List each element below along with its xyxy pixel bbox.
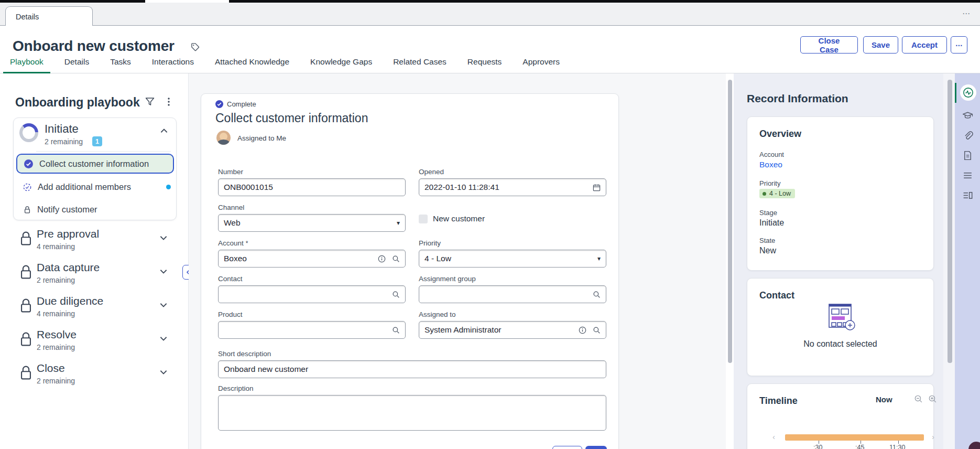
tab-knowledge-gaps[interactable]: Knowledge Gaps (303, 57, 379, 73)
calendar-icon[interactable] (593, 184, 601, 191)
contact-field: Contact (218, 275, 406, 303)
zoom-out-icon[interactable] (914, 394, 923, 403)
stage-remaining: 2 remaining (37, 377, 75, 385)
account-field: Account* (218, 239, 406, 268)
stage-name: Close (37, 362, 65, 375)
assigned-to-input[interactable] (424, 325, 579, 335)
timeline-band[interactable] (785, 434, 924, 441)
status-badge: Complete (215, 100, 256, 108)
task-label: Add additional members (38, 182, 131, 192)
activity-icon[interactable] (960, 84, 976, 101)
workspace-tab-strip: Details ⋯ (0, 3, 980, 26)
divider (36, 151, 171, 152)
stage-name[interactable]: Initiate (45, 122, 79, 136)
paperclip-icon[interactable] (962, 130, 973, 141)
priority-dot (763, 192, 766, 196)
more-actions-button[interactable]: ⋯ (951, 36, 967, 54)
timeline-next-icon[interactable]: › (932, 432, 934, 441)
tab-tasks[interactable]: Tasks (103, 57, 138, 73)
account-label: Account (759, 151, 784, 158)
no-contact-text: No contact selected (747, 339, 933, 349)
search-icon[interactable] (392, 291, 400, 298)
accept-button[interactable]: Accept (902, 36, 947, 54)
opened-input[interactable] (424, 183, 593, 192)
tab-interactions[interactable]: Interactions (145, 57, 201, 73)
tab-attached-knowledge[interactable]: Attached Knowledge (208, 57, 296, 73)
close-case-button[interactable]: Close Case (800, 36, 858, 54)
chevron-down-icon[interactable] (159, 367, 168, 379)
record-information-heading: Record Information (747, 92, 848, 105)
in-progress-check-icon (23, 183, 31, 191)
task-notify-customer[interactable]: Notify customer (24, 205, 176, 215)
opened-field: Opened (419, 168, 606, 196)
short-description-input[interactable] (224, 365, 601, 374)
account-input[interactable] (224, 254, 378, 263)
chevron-down-icon[interactable] (159, 334, 168, 345)
chevron-down-icon[interactable] (159, 300, 168, 312)
tab-related-cases[interactable]: Related Cases (386, 57, 453, 73)
field-label: Opened (419, 168, 606, 176)
description-textarea[interactable] (218, 395, 606, 431)
new-customer-checkbox[interactable] (419, 215, 428, 223)
stage-close[interactable]: Close 2 remaining (0, 361, 189, 390)
side-panel-list-icon[interactable] (962, 190, 973, 201)
short-description-field: Short description (218, 350, 606, 378)
tab-strip-overflow-icon[interactable]: ⋯ (962, 9, 971, 18)
channel-value: Web (224, 218, 397, 228)
save-button[interactable]: Save (863, 36, 898, 54)
contact-input[interactable] (224, 290, 392, 299)
caret-down-icon: ▾ (397, 219, 400, 227)
task-add-additional-members[interactable]: Add additional members (23, 182, 175, 192)
priority-select[interactable]: 4 - Low ▾ (419, 250, 606, 268)
notification-dot (166, 185, 171, 189)
tab-approvers[interactable]: Approvers (516, 57, 567, 73)
search-icon[interactable] (392, 326, 400, 334)
center-scrollbar[interactable] (728, 80, 732, 363)
filter-icon[interactable] (145, 97, 155, 107)
chevron-down-icon[interactable] (159, 266, 168, 278)
search-icon[interactable] (392, 255, 400, 263)
task-collect-customer-information[interactable]: Collect customer information (16, 154, 174, 174)
zoom-in-icon[interactable] (928, 394, 937, 403)
stage-pre-approval[interactable]: Pre approval 4 remaining (0, 227, 189, 256)
kebab-menu-icon[interactable] (164, 97, 174, 107)
field-label: Description (218, 384, 606, 392)
form-footer-secondary-button[interactable] (552, 446, 582, 449)
search-icon[interactable] (593, 291, 601, 298)
stage-resolve[interactable]: Resolve 2 remaining (0, 327, 189, 357)
tag-icon[interactable] (190, 42, 200, 52)
tick-label: :30 (813, 444, 822, 449)
list-icon[interactable] (962, 170, 973, 181)
workspace-tab-details[interactable]: Details (5, 6, 93, 26)
channel-select[interactable]: Web ▾ (218, 214, 406, 232)
stage-remaining: 2 remaining (37, 343, 75, 351)
info-icon[interactable] (579, 326, 586, 334)
graduation-cap-icon[interactable] (962, 110, 973, 121)
number-input[interactable] (224, 183, 400, 192)
tab-playbook[interactable]: Playbook (3, 57, 50, 73)
chevron-up-icon[interactable] (159, 126, 169, 136)
lock-icon (19, 331, 33, 349)
priority-badge: 4 - Low (759, 189, 795, 198)
tab-requests[interactable]: Requests (461, 57, 508, 73)
assigned-to-me-label: Assigned to Me (237, 134, 286, 142)
priority-label: Priority (759, 179, 780, 187)
assignment-group-input[interactable] (424, 290, 593, 299)
info-icon[interactable] (378, 255, 386, 263)
chevron-down-icon[interactable] (159, 233, 168, 244)
product-input[interactable] (224, 325, 392, 335)
timeline-prev-icon[interactable]: ‹ (772, 432, 775, 441)
stage-label: Stage (759, 209, 777, 217)
field-label: Assignment group (419, 275, 606, 283)
document-icon[interactable] (962, 150, 973, 161)
record-panel-scrollbar[interactable] (948, 80, 952, 363)
overview-title: Overview (759, 129, 801, 140)
search-icon[interactable] (593, 326, 601, 334)
form-footer-primary-button[interactable] (585, 446, 607, 449)
stage-due-diligence[interactable]: Due diligence 4 remaining (0, 294, 189, 323)
tab-details[interactable]: Details (58, 57, 96, 73)
account-link[interactable]: Boxeo (759, 160, 782, 169)
stage-data-capture[interactable]: Data capture 2 remaining (0, 260, 189, 290)
page-title: Onboard new customer (13, 38, 175, 55)
avatar[interactable] (216, 131, 231, 145)
